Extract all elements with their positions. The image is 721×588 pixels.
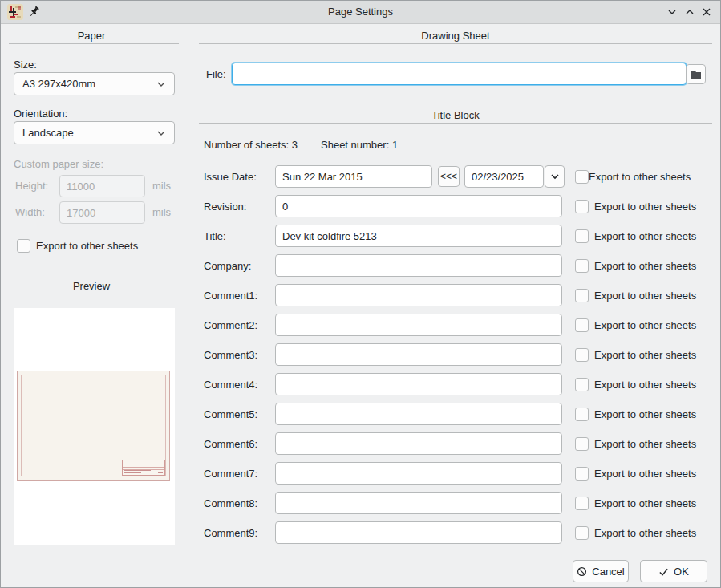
orientation-select[interactable]: Landscape (14, 121, 175, 144)
field-label: Company: (199, 260, 275, 272)
field-input[interactable] (275, 284, 562, 306)
field-label: Comment9: (199, 527, 275, 539)
sheet-number-text: Sheet number: 1 (321, 139, 398, 152)
field-export-label: Export to other sheets (594, 260, 696, 272)
paper-export-row: Export to other sheets (17, 239, 138, 253)
field-export-checkbox[interactable] (575, 289, 589, 302)
field-label: Comment7: (199, 468, 275, 480)
page-preview (14, 308, 175, 545)
date-picker-dropdown-button[interactable] (545, 165, 565, 188)
width-units-label: mils (152, 206, 171, 219)
field-export-checkbox[interactable] (575, 259, 589, 273)
title-block-field-row: Company: Export to other sheets (199, 254, 712, 277)
field-export-checkbox[interactable] (575, 378, 589, 391)
field-export-checkbox[interactable] (575, 408, 589, 421)
paper-export-checkbox[interactable] (17, 239, 30, 253)
width-label: Width: (15, 206, 45, 219)
field-export-checkbox[interactable] (575, 497, 589, 510)
field-export-label: Export to other sheets (594, 319, 696, 331)
window-title: Page Settings (1, 1, 720, 23)
cancel-button[interactable]: Cancel (573, 560, 629, 582)
drawing-sheet-section-divider (199, 43, 712, 44)
title-block-field-row: Revision: Export to other sheets (199, 195, 712, 217)
field-input[interactable] (275, 314, 562, 336)
close-icon[interactable] (700, 6, 713, 18)
field-export-checkbox[interactable] (575, 200, 589, 213)
page-settings-dialog: Page Settings Paper Size: A3 297x420mm O… (0, 0, 721, 588)
title-block-field-row: Comment1: Export to other sheets (199, 284, 712, 306)
issue-date-label: Issue Date: (199, 171, 275, 183)
issue-date-row: Issue Date: <<< Export to other sheets (199, 165, 712, 188)
preview-section-divider (9, 294, 179, 294)
field-label: Title: (199, 230, 275, 242)
field-label: Comment4: (199, 379, 275, 391)
browse-file-button[interactable] (686, 64, 706, 84)
field-export-label: Export to other sheets (594, 290, 696, 302)
size-select[interactable]: A3 297x420mm (14, 72, 175, 95)
field-input[interactable] (275, 195, 562, 217)
field-input[interactable] (275, 462, 562, 485)
field-export-checkbox[interactable] (575, 229, 589, 243)
field-label: Comment6: (199, 438, 275, 450)
chevron-up-icon[interactable] (683, 6, 696, 18)
drawing-sheet-section-header: Drawing Sheet (199, 30, 712, 43)
field-export-label: Export to other sheets (594, 497, 696, 509)
ok-button-label: OK (674, 566, 689, 578)
preview-section-header: Preview (7, 280, 176, 293)
field-export-label: Export to other sheets (594, 201, 696, 213)
field-export-checkbox[interactable] (575, 526, 589, 540)
ok-button[interactable]: OK (640, 560, 707, 582)
folder-icon (691, 70, 702, 79)
cancel-button-label: Cancel (592, 566, 624, 578)
field-export-label: Export to other sheets (594, 438, 696, 450)
field-input[interactable] (275, 343, 562, 366)
file-label: File: (206, 68, 226, 81)
size-label: Size: (14, 59, 37, 71)
title-block-field-row: Comment2: Export to other sheets (199, 314, 712, 336)
title-block-field-row: Comment8: Export to other sheets (199, 492, 712, 514)
title-block-field-row: Title: Export to other sheets (199, 225, 712, 247)
preview-sheet (17, 371, 170, 481)
height-input[interactable] (59, 175, 145, 197)
field-export-checkbox[interactable] (575, 467, 589, 481)
custom-paper-size-label: Custom paper size: (14, 158, 103, 171)
field-input[interactable] (275, 254, 562, 277)
field-label: Comment3: (199, 349, 275, 361)
field-input[interactable] (275, 403, 562, 425)
orientation-select-value: Landscape (22, 127, 74, 139)
title-block-field-row: Comment3: Export to other sheets (199, 343, 712, 366)
title-block-field-row: Comment9: Export to other sheets (199, 521, 712, 544)
field-export-label: Export to other sheets (594, 408, 696, 420)
chevron-down-icon (156, 130, 166, 136)
field-input[interactable] (275, 373, 562, 395)
title-block-fields: Revision: Export to other sheets Title: … (199, 195, 712, 551)
copy-date-button[interactable]: <<< (438, 166, 460, 187)
field-export-checkbox[interactable] (575, 348, 589, 362)
number-of-sheets-text: Number of sheets: 3 (204, 139, 298, 152)
title-block-section-header: Title Block (199, 109, 712, 122)
cancel-icon (577, 566, 587, 577)
chevron-down-icon (550, 173, 560, 180)
date-picker-input[interactable] (464, 165, 544, 188)
field-input[interactable] (275, 492, 562, 514)
field-export-checkbox[interactable] (575, 437, 589, 451)
field-export-label: Export to other sheets (594, 468, 696, 480)
field-input[interactable] (275, 225, 562, 247)
field-label: Revision: (199, 201, 275, 213)
chevron-down-icon[interactable] (666, 6, 678, 18)
title-block-field-row: Comment5: Export to other sheets (199, 403, 712, 425)
orientation-label: Orientation: (14, 107, 67, 120)
check-icon (658, 566, 669, 577)
field-input[interactable] (275, 432, 562, 455)
width-input[interactable] (59, 201, 145, 224)
title-bar[interactable]: Page Settings (1, 1, 720, 24)
field-label: Comment1: (199, 290, 275, 302)
field-label: Comment2: (199, 319, 275, 331)
field-input[interactable] (275, 521, 562, 544)
title-block-field-row: Comment6: Export to other sheets (199, 432, 712, 455)
issue-date-export-checkbox[interactable] (575, 170, 589, 184)
file-input[interactable] (232, 63, 687, 85)
height-label: Height: (15, 180, 48, 193)
field-export-checkbox[interactable] (575, 318, 589, 332)
issue-date-input[interactable] (275, 165, 432, 188)
